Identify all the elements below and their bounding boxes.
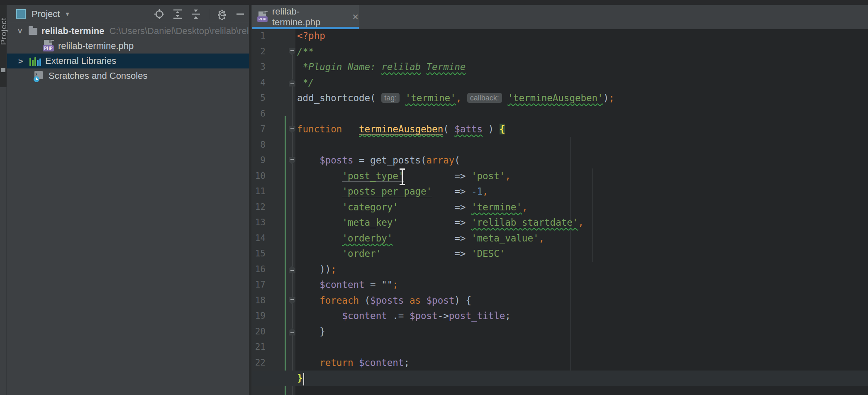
code-line[interactable]: function termineAusgeben( $atts ) {: [251, 122, 868, 137]
code-line[interactable]: }: [251, 324, 868, 340]
code-line[interactable]: <?php: [251, 29, 868, 44]
php-file-icon: PHP: [257, 11, 268, 23]
editor-body[interactable]: 1<?php2/**3 *Plugin Name: relilab Termin…: [251, 29, 868, 395]
tree-row-php-file[interactable]: PHP relilab-termine.php: [7, 39, 249, 54]
close-icon[interactable]: ✕: [352, 12, 359, 22]
code-line[interactable]: foreach ($posts as $post) {: [251, 293, 868, 309]
code-line[interactable]: 'category' => 'termine',: [251, 200, 868, 215]
code-line[interactable]: /**: [251, 44, 868, 60]
panel-editor-splitter[interactable]: [249, 5, 251, 395]
code-line[interactable]: }: [251, 371, 868, 386]
code-line[interactable]: $content .= $post->post_title;: [251, 308, 868, 324]
panel-actions: [154, 5, 245, 23]
scratches-icon: ›: [34, 71, 44, 81]
folder-icon: [29, 28, 37, 35]
code-line[interactable]: [251, 339, 868, 355]
settings-gear-icon[interactable]: [217, 8, 228, 20]
editor-pane: PHP relilab-termine.php ✕ 1<?php2/**3 *P…: [251, 0, 868, 395]
tool-window-stripe: Project: [0, 5, 7, 395]
hide-panel-icon[interactable]: [236, 9, 245, 20]
project-panel: Project ▾ > relilab-termine: [7, 5, 249, 395]
project-panel-header: Project ▾: [7, 5, 249, 23]
project-root-label: relilab-termine: [41, 26, 105, 37]
tab-title: relilab-termine.php: [272, 6, 345, 28]
expand-all-icon[interactable]: [172, 9, 183, 20]
parameter-hint: callback:: [467, 93, 502, 103]
panel-title[interactable]: Project: [32, 9, 60, 20]
scratches-label: Scratches and Consoles: [49, 71, 147, 81]
collapse-all-icon[interactable]: [190, 9, 201, 20]
tab-relilab-termine-php[interactable]: PHP relilab-termine.php ✕: [252, 5, 359, 29]
project-root-path: C:\Users\Daniel\Desktop\relilab\relilab-…: [109, 26, 249, 37]
chevron-down-icon[interactable]: ▾: [66, 10, 69, 18]
code-line[interactable]: [251, 106, 868, 122]
code-line[interactable]: 'meta_key' => 'relilab_startdate',: [251, 215, 868, 231]
code-line[interactable]: 'posts_per_page' => -1,: [251, 184, 868, 200]
project-stripe-label: Project: [0, 17, 7, 45]
code-line[interactable]: 'orderby' => 'meta_value',: [251, 231, 868, 246]
external-libraries-label: External Libraries: [45, 56, 116, 66]
tree-row-scratches[interactable]: › Scratches and Consoles: [7, 68, 249, 83]
code-line[interactable]: 'post_type' => 'post',: [251, 168, 868, 184]
tree-row-project-root[interactable]: > relilab-termine C:\Users\Daniel\Deskto…: [7, 24, 249, 39]
tool-window-icon: [1, 68, 5, 72]
parameter-hint: tag:: [381, 93, 400, 103]
text-caret: [303, 373, 304, 385]
code-line[interactable]: $content = "";: [251, 277, 868, 293]
mouse-ibeam-cursor: [397, 168, 407, 185]
code-line[interactable]: return $content;: [251, 355, 868, 371]
locate-file-icon[interactable]: [154, 9, 165, 20]
code-line[interactable]: 'order' => 'DESC': [251, 246, 868, 262]
code-line[interactable]: */: [251, 75, 868, 91]
tree-row-external-libraries[interactable]: > External Libraries: [7, 54, 249, 68]
php-file-icon: PHP: [43, 40, 54, 52]
project-stripe-button[interactable]: Project: [0, 5, 7, 87]
php-file-label: relilab-termine.php: [58, 41, 134, 51]
code-line[interactable]: ));: [251, 262, 868, 278]
code-line[interactable]: *Plugin Name: relilab Termine: [251, 59, 868, 75]
code-line[interactable]: $posts = get_posts(array(: [251, 153, 868, 168]
chevron-collapsed-icon[interactable]: >: [17, 56, 24, 66]
window-top-strip: [0, 0, 868, 5]
code-line[interactable]: add_shortcode( tag: 'termine', callback:…: [251, 90, 868, 106]
library-icon: [29, 56, 41, 66]
toolbar-separator: [209, 9, 209, 20]
project-tree: > relilab-termine C:\Users\Daniel\Deskto…: [7, 24, 249, 83]
code-line[interactable]: [251, 137, 868, 153]
chevron-expanded-icon[interactable]: >: [15, 28, 25, 34]
project-view-icon: [16, 9, 26, 19]
editor-tab-bar: PHP relilab-termine.php ✕: [251, 5, 868, 29]
